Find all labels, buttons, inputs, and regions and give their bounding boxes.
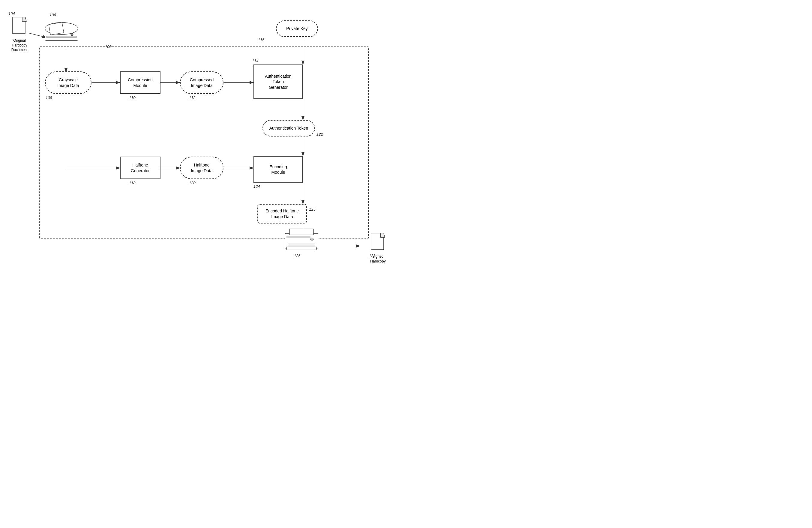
- halftone-image-data-label: HalftoneImage Data: [191, 162, 212, 173]
- ref-118: 118: [129, 181, 135, 185]
- ref-110: 110: [129, 96, 135, 100]
- encoded-halftone-image-data-node: Encoded HalftoneImage Data: [257, 204, 307, 224]
- compressed-image-data-node: CompressedImage Data: [180, 71, 223, 94]
- halftone-generator-node: HalftoneGenerator: [120, 157, 160, 179]
- compression-module-label: CompressionModule: [128, 77, 153, 88]
- diagram-container: 104 OriginalHardcopyDocument 106 100: [0, 0, 406, 264]
- svg-marker-17: [22, 17, 26, 21]
- ref-125: 125: [309, 207, 316, 212]
- svg-marker-30: [381, 233, 385, 237]
- ref-100: 100: [105, 44, 112, 49]
- ref-128: 128: [369, 254, 376, 258]
- auth-token-generator-label: AuthenticationTokenGenerator: [265, 73, 292, 90]
- grayscale-image-data-label: GrayscaleImage Data: [57, 77, 79, 88]
- svg-rect-21: [46, 36, 76, 38]
- encoding-module-label: EncodingModule: [270, 164, 287, 175]
- printer-icon: [282, 227, 321, 254]
- svg-rect-24: [289, 229, 314, 235]
- signed-doc-node: SignedHardcopyDocument: [363, 232, 393, 264]
- svg-rect-26: [287, 247, 317, 250]
- ref-106: 106: [49, 13, 56, 17]
- svg-rect-20: [48, 22, 63, 35]
- original-doc-node: OriginalHardcopyDocument: [6, 16, 33, 53]
- auth-token-node: Authentication Token: [262, 120, 315, 137]
- original-doc-label: OriginalHardcopyDocument: [6, 39, 33, 53]
- auth-token-generator-node: AuthenticationTokenGenerator: [253, 65, 303, 99]
- ref-104: 104: [9, 11, 15, 16]
- svg-point-28: [310, 238, 314, 241]
- compressed-image-data-label: CompressedImage Data: [190, 77, 214, 88]
- ref-112: 112: [189, 96, 195, 100]
- grayscale-image-data-node: GrayscaleImage Data: [45, 71, 91, 94]
- encoded-halftone-label: Encoded HalftoneImage Data: [265, 208, 299, 219]
- ref-122: 122: [317, 132, 323, 137]
- ref-114: 114: [252, 58, 259, 63]
- ref-108: 108: [46, 96, 52, 100]
- private-key-node: Private Key: [276, 20, 318, 37]
- svg-point-22: [71, 33, 73, 36]
- ref-126: 126: [294, 254, 301, 258]
- ref-124: 124: [253, 184, 260, 189]
- compression-module-node: CompressionModule: [120, 71, 160, 94]
- ref-116: 116: [258, 38, 264, 42]
- private-key-label: Private Key: [286, 26, 308, 31]
- halftone-generator-label: HalftoneGenerator: [131, 162, 150, 173]
- ref-120: 120: [189, 181, 195, 185]
- svg-rect-27: [287, 237, 310, 238]
- auth-token-label: Authentication Token: [270, 125, 308, 131]
- scanner-icon: [42, 18, 81, 49]
- halftone-image-data-node: HalftoneImage Data: [180, 157, 223, 179]
- signed-doc-label: SignedHardcopyDocument: [363, 254, 393, 264]
- encoding-module-node: EncodingModule: [253, 156, 303, 183]
